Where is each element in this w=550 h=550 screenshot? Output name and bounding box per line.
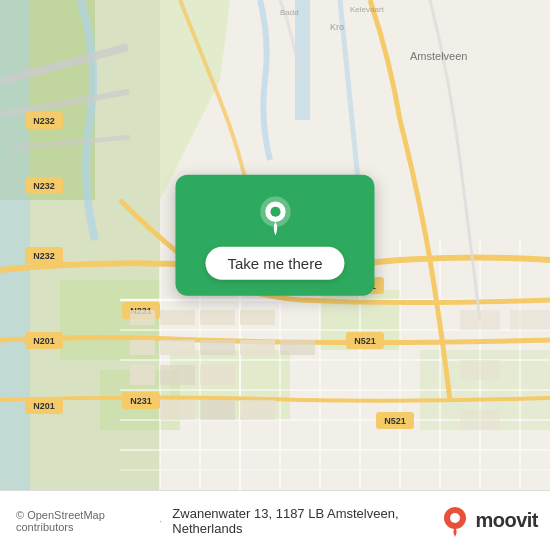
svg-text:N201: N201 xyxy=(33,401,55,411)
address-text: Zwanenwater 13, 1187 LB Amstelveen, Neth… xyxy=(172,506,439,536)
svg-point-76 xyxy=(270,207,280,217)
svg-rect-72 xyxy=(460,410,500,430)
svg-rect-60 xyxy=(160,340,195,355)
svg-text:Kro: Kro xyxy=(330,22,344,32)
svg-text:N232: N232 xyxy=(33,116,55,126)
svg-rect-61 xyxy=(200,340,235,355)
svg-rect-65 xyxy=(160,365,195,385)
svg-point-78 xyxy=(450,513,460,523)
moovit-brand-name: moovit xyxy=(475,509,538,532)
svg-text:N521: N521 xyxy=(354,336,376,346)
osm-credit: © OpenStreetMap contributors xyxy=(16,509,149,533)
address-section: © OpenStreetMap contributors · Zwanenwat… xyxy=(16,506,439,536)
bottom-bar: © OpenStreetMap contributors · Zwanenwat… xyxy=(0,490,550,550)
svg-text:N232: N232 xyxy=(33,251,55,261)
map-container: Amstelveen Kro Badd Kelevaart N232 N232 … xyxy=(0,0,550,490)
svg-text:N232: N232 xyxy=(33,181,55,191)
svg-rect-70 xyxy=(460,310,500,330)
svg-text:N201: N201 xyxy=(33,336,55,346)
svg-rect-66 xyxy=(200,365,235,385)
svg-rect-59 xyxy=(130,340,155,355)
svg-rect-57 xyxy=(200,310,235,325)
svg-rect-55 xyxy=(130,310,155,325)
moovit-icon xyxy=(439,505,471,537)
svg-rect-64 xyxy=(130,365,155,385)
svg-rect-67 xyxy=(160,400,195,420)
svg-rect-73 xyxy=(510,310,550,330)
location-pin-icon xyxy=(253,195,297,239)
svg-text:Badd: Badd xyxy=(280,8,299,17)
svg-rect-69 xyxy=(240,400,275,420)
svg-text:Kelevaart: Kelevaart xyxy=(350,5,385,14)
svg-text:N521: N521 xyxy=(384,416,406,426)
moovit-logo: moovit xyxy=(439,505,538,537)
svg-rect-58 xyxy=(240,310,275,325)
svg-text:N231: N231 xyxy=(130,396,152,406)
location-card: Take me there xyxy=(175,175,374,296)
svg-rect-56 xyxy=(160,310,195,325)
take-me-there-button[interactable]: Take me there xyxy=(205,247,344,280)
svg-rect-68 xyxy=(200,400,235,420)
svg-rect-63 xyxy=(280,340,315,355)
svg-text:Amstelveen: Amstelveen xyxy=(410,50,467,62)
svg-rect-62 xyxy=(240,340,275,355)
svg-rect-71 xyxy=(460,360,500,380)
